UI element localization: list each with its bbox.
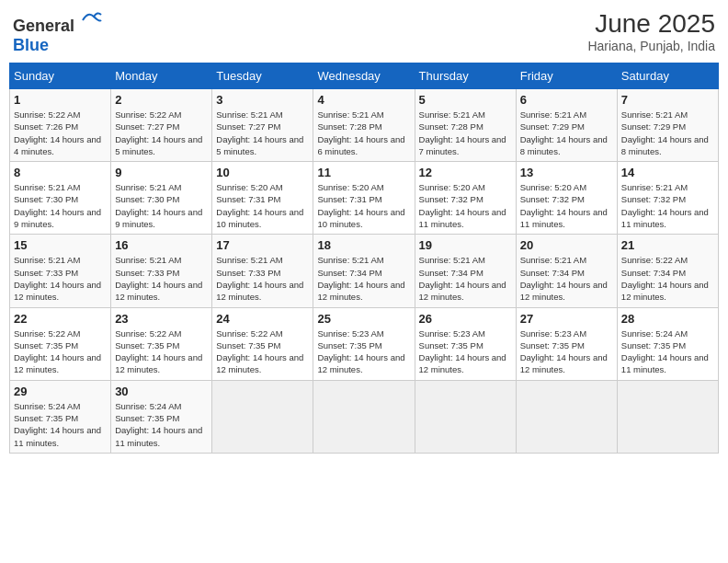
day-number: 30 bbox=[115, 385, 208, 398]
calendar-cell: 11 Sunrise: 5:20 AMSunset: 7:31 PMDaylig… bbox=[313, 162, 415, 235]
day-number: 15 bbox=[14, 238, 107, 252]
calendar-cell: 8 Sunrise: 5:21 AMSunset: 7:30 PMDayligh… bbox=[10, 162, 111, 235]
day-number: 2 bbox=[115, 93, 208, 107]
day-of-week-header: Sunday bbox=[10, 63, 111, 89]
day-number: 21 bbox=[621, 238, 714, 252]
day-number: 5 bbox=[419, 93, 512, 107]
location-subtitle: Hariana, Punjab, India bbox=[587, 39, 715, 53]
calendar-cell bbox=[617, 380, 718, 453]
day-number: 3 bbox=[216, 93, 309, 107]
calendar-cell: 14 Sunrise: 5:21 AMSunset: 7:32 PMDaylig… bbox=[617, 162, 718, 235]
day-info: Sunrise: 5:21 AMSunset: 7:29 PMDaylight:… bbox=[520, 109, 608, 156]
day-number: 29 bbox=[14, 385, 107, 398]
calendar-cell: 18 Sunrise: 5:21 AMSunset: 7:34 PMDaylig… bbox=[313, 235, 415, 307]
day-of-week-header: Friday bbox=[516, 63, 617, 89]
day-info: Sunrise: 5:20 AMSunset: 7:31 PMDaylight:… bbox=[317, 182, 404, 229]
day-info: Sunrise: 5:21 AMSunset: 7:33 PMDaylight:… bbox=[115, 255, 202, 302]
day-number: 1 bbox=[14, 93, 107, 107]
day-info: Sunrise: 5:20 AMSunset: 7:32 PMDaylight:… bbox=[520, 182, 608, 229]
day-number: 6 bbox=[520, 93, 613, 107]
day-number: 13 bbox=[520, 166, 613, 179]
day-number: 17 bbox=[216, 238, 309, 252]
day-info: Sunrise: 5:21 AMSunset: 7:29 PMDaylight:… bbox=[621, 109, 709, 156]
calendar-cell: 10 Sunrise: 5:20 AMSunset: 7:31 PMDaylig… bbox=[212, 162, 313, 235]
day-of-week-header: Monday bbox=[111, 63, 212, 89]
calendar-cell: 4 Sunrise: 5:21 AMSunset: 7:28 PMDayligh… bbox=[313, 89, 415, 162]
day-of-week-header: Tuesday bbox=[212, 63, 313, 89]
month-year-title: June 2025 bbox=[587, 9, 715, 39]
calendar-cell: 30 Sunrise: 5:24 AMSunset: 7:35 PMDaylig… bbox=[111, 380, 212, 453]
calendar-table: SundayMondayTuesdayWednesdayThursdayFrid… bbox=[9, 63, 719, 454]
calendar-cell bbox=[516, 380, 617, 453]
calendar-week-row: 8 Sunrise: 5:21 AMSunset: 7:30 PMDayligh… bbox=[10, 162, 719, 235]
calendar-cell: 19 Sunrise: 5:21 AMSunset: 7:34 PMDaylig… bbox=[415, 235, 516, 307]
day-info: Sunrise: 5:21 AMSunset: 7:34 PMDaylight:… bbox=[520, 255, 608, 302]
calendar-cell: 7 Sunrise: 5:21 AMSunset: 7:29 PMDayligh… bbox=[617, 89, 718, 162]
day-info: Sunrise: 5:21 AMSunset: 7:33 PMDaylight:… bbox=[216, 255, 303, 302]
logo-icon bbox=[81, 9, 103, 31]
day-info: Sunrise: 5:22 AMSunset: 7:35 PMDaylight:… bbox=[216, 328, 303, 375]
day-info: Sunrise: 5:20 AMSunset: 7:32 PMDaylight:… bbox=[419, 182, 506, 229]
calendar-cell: 9 Sunrise: 5:21 AMSunset: 7:30 PMDayligh… bbox=[111, 162, 212, 235]
day-number: 18 bbox=[317, 238, 410, 252]
calendar-cell bbox=[212, 380, 313, 453]
calendar-week-row: 22 Sunrise: 5:22 AMSunset: 7:35 PMDaylig… bbox=[10, 307, 719, 380]
calendar-header-row: SundayMondayTuesdayWednesdayThursdayFrid… bbox=[10, 63, 719, 89]
calendar-cell: 21 Sunrise: 5:22 AMSunset: 7:34 PMDaylig… bbox=[617, 235, 718, 307]
calendar-cell: 28 Sunrise: 5:24 AMSunset: 7:35 PMDaylig… bbox=[617, 307, 718, 380]
day-number: 23 bbox=[115, 312, 208, 326]
calendar-cell: 27 Sunrise: 5:23 AMSunset: 7:35 PMDaylig… bbox=[516, 307, 617, 380]
title-area: June 2025 Hariana, Punjab, India bbox=[587, 9, 715, 53]
day-number: 25 bbox=[317, 312, 410, 326]
logo-blue: Blue bbox=[13, 36, 49, 54]
calendar-week-row: 1 Sunrise: 5:22 AMSunset: 7:26 PMDayligh… bbox=[10, 89, 719, 162]
day-number: 9 bbox=[115, 166, 208, 179]
logo: General Blue bbox=[13, 9, 103, 55]
calendar-week-row: 29 Sunrise: 5:24 AMSunset: 7:35 PMDaylig… bbox=[10, 380, 719, 453]
page-header: General Blue June 2025 Hariana, Punjab, … bbox=[9, 9, 719, 55]
logo-text: General Blue bbox=[13, 9, 103, 55]
day-info: Sunrise: 5:21 AMSunset: 7:30 PMDaylight:… bbox=[115, 182, 202, 229]
calendar-cell: 12 Sunrise: 5:20 AMSunset: 7:32 PMDaylig… bbox=[415, 162, 516, 235]
day-of-week-header: Thursday bbox=[415, 63, 516, 89]
day-info: Sunrise: 5:21 AMSunset: 7:32 PMDaylight:… bbox=[621, 182, 709, 229]
calendar-cell: 25 Sunrise: 5:23 AMSunset: 7:35 PMDaylig… bbox=[313, 307, 415, 380]
day-number: 24 bbox=[216, 312, 309, 326]
calendar-cell bbox=[415, 380, 516, 453]
calendar-cell: 29 Sunrise: 5:24 AMSunset: 7:35 PMDaylig… bbox=[10, 380, 111, 453]
day-number: 26 bbox=[419, 312, 512, 326]
day-number: 22 bbox=[14, 312, 107, 326]
day-info: Sunrise: 5:22 AMSunset: 7:27 PMDaylight:… bbox=[115, 109, 202, 156]
calendar-cell: 24 Sunrise: 5:22 AMSunset: 7:35 PMDaylig… bbox=[212, 307, 313, 380]
day-info: Sunrise: 5:21 AMSunset: 7:34 PMDaylight:… bbox=[419, 255, 506, 302]
day-info: Sunrise: 5:22 AMSunset: 7:35 PMDaylight:… bbox=[115, 328, 202, 375]
calendar-cell: 2 Sunrise: 5:22 AMSunset: 7:27 PMDayligh… bbox=[111, 89, 212, 162]
calendar-cell: 16 Sunrise: 5:21 AMSunset: 7:33 PMDaylig… bbox=[111, 235, 212, 307]
calendar-cell: 3 Sunrise: 5:21 AMSunset: 7:27 PMDayligh… bbox=[212, 89, 313, 162]
day-info: Sunrise: 5:24 AMSunset: 7:35 PMDaylight:… bbox=[115, 401, 202, 448]
calendar-cell: 6 Sunrise: 5:21 AMSunset: 7:29 PMDayligh… bbox=[516, 89, 617, 162]
day-info: Sunrise: 5:22 AMSunset: 7:35 PMDaylight:… bbox=[14, 328, 101, 375]
day-info: Sunrise: 5:21 AMSunset: 7:33 PMDaylight:… bbox=[14, 255, 101, 302]
calendar-week-row: 15 Sunrise: 5:21 AMSunset: 7:33 PMDaylig… bbox=[10, 235, 719, 307]
day-info: Sunrise: 5:23 AMSunset: 7:35 PMDaylight:… bbox=[419, 328, 506, 375]
day-of-week-header: Wednesday bbox=[313, 63, 415, 89]
day-info: Sunrise: 5:22 AMSunset: 7:26 PMDaylight:… bbox=[14, 109, 101, 156]
day-number: 19 bbox=[419, 238, 512, 252]
day-number: 20 bbox=[520, 238, 613, 252]
day-number: 12 bbox=[419, 166, 512, 179]
calendar-cell: 1 Sunrise: 5:22 AMSunset: 7:26 PMDayligh… bbox=[10, 89, 111, 162]
calendar-cell: 17 Sunrise: 5:21 AMSunset: 7:33 PMDaylig… bbox=[212, 235, 313, 307]
day-info: Sunrise: 5:23 AMSunset: 7:35 PMDaylight:… bbox=[520, 328, 608, 375]
day-number: 7 bbox=[621, 93, 714, 107]
day-info: Sunrise: 5:21 AMSunset: 7:27 PMDaylight:… bbox=[216, 109, 303, 156]
day-info: Sunrise: 5:21 AMSunset: 7:34 PMDaylight:… bbox=[317, 255, 404, 302]
day-info: Sunrise: 5:22 AMSunset: 7:34 PMDaylight:… bbox=[621, 255, 709, 302]
day-info: Sunrise: 5:21 AMSunset: 7:28 PMDaylight:… bbox=[419, 109, 506, 156]
day-info: Sunrise: 5:24 AMSunset: 7:35 PMDaylight:… bbox=[621, 328, 709, 375]
day-number: 10 bbox=[216, 166, 309, 179]
calendar-cell: 5 Sunrise: 5:21 AMSunset: 7:28 PMDayligh… bbox=[415, 89, 516, 162]
day-info: Sunrise: 5:20 AMSunset: 7:31 PMDaylight:… bbox=[216, 182, 303, 229]
day-number: 16 bbox=[115, 238, 208, 252]
day-number: 27 bbox=[520, 312, 613, 326]
